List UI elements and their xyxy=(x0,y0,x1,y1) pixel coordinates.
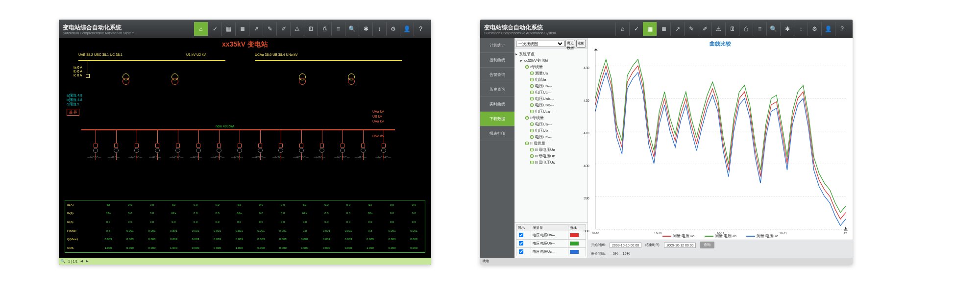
tree-node[interactable]: 电压Uab--- xyxy=(515,96,587,102)
tree-btn-hist[interactable]: 历史数据 xyxy=(565,40,575,48)
tree-node[interactable]: III母电压Ua xyxy=(515,147,587,153)
tree-node[interactable]: ▸系统节点 xyxy=(515,51,587,57)
tree-node[interactable]: 电压Uc--- xyxy=(515,134,587,140)
xfmr-3[interactable] xyxy=(299,74,306,85)
tool-home[interactable]: ⌂ xyxy=(615,22,629,36)
left-statusbar: 🔍 1 | 1/1 ◀ ▶ xyxy=(59,258,431,265)
tool-help[interactable]: ? xyxy=(414,22,427,36)
tree-node[interactable]: ▸xx35kV变电站 xyxy=(515,57,587,64)
station-title: xx35kV 变电站 xyxy=(222,40,268,49)
series-toggle[interactable] xyxy=(519,241,523,245)
step-label: 步长间隔: xyxy=(591,251,606,256)
tool-edit[interactable]: ✐ xyxy=(698,22,711,36)
toolbar: ⌂✓▦≣↗✎✐⚠🗓⎙≡🔍✱↕⚙👤? xyxy=(194,22,427,36)
xfmr-4[interactable] xyxy=(348,74,355,85)
limit-button[interactable]: 越 界 xyxy=(67,109,79,116)
tool-share[interactable]: ↕ xyxy=(794,22,808,36)
sidenav-计算统计[interactable]: 计算统计 xyxy=(480,38,514,53)
tool-search[interactable]: 🔍 xyxy=(345,22,359,36)
series-toggle[interactable] xyxy=(519,249,523,254)
tool-print[interactable]: ⎙ xyxy=(739,22,753,36)
tool-date[interactable]: 🗓 xyxy=(725,22,739,36)
sidenav-下载数据[interactable]: 下载数据 xyxy=(480,112,514,126)
end-value[interactable]: 2009-10-12 00:00 xyxy=(664,243,696,248)
right-statusbar: 就绪 xyxy=(480,258,853,265)
feeder-in-1[interactable] xyxy=(80,61,95,78)
tool-alarm[interactable]: ⚠ xyxy=(711,22,725,36)
tool-soe[interactable]: ≡ xyxy=(331,22,345,36)
tool-user[interactable]: 👤 xyxy=(400,22,414,36)
tree-node[interactable]: I母线量 xyxy=(515,64,587,70)
sidenav-控制曲线[interactable]: 控制曲线 xyxy=(480,53,514,68)
sidenav: 计算统计控制曲线告警查询历史查询实时曲线下载数据报表打印 xyxy=(480,38,514,258)
tool-report[interactable]: ≣ xyxy=(235,22,249,36)
tool-curve[interactable]: ▦ xyxy=(643,22,657,36)
scada-canvas[interactable]: xx35kV 变电站 UAB 38.2 UBC 38.1 UC 38.1 U1 … xyxy=(59,38,431,258)
tool-event[interactable]: ✎ xyxy=(684,22,698,36)
series-name: 电压 电压Uc--- xyxy=(531,248,568,256)
tool-print[interactable]: ⎙ xyxy=(318,22,331,36)
tree-node[interactable]: 电压Ub--- xyxy=(515,127,587,134)
nav-next-icon[interactable]: ▶ xyxy=(86,259,88,263)
tool-set[interactable]: ⚙ xyxy=(808,22,821,36)
tree-select[interactable]: 一次接线图 xyxy=(516,41,564,47)
sidenav-报表打印[interactable]: 报表打印 xyxy=(480,126,514,141)
tree-node[interactable]: 电压Uca--- xyxy=(515,108,587,115)
chart-title: 曲线比较 xyxy=(588,38,853,49)
tree-node[interactable]: 电压Uc--- xyxy=(515,89,587,96)
tree-node[interactable]: 测量Ua xyxy=(515,70,587,76)
xfmr-2[interactable] xyxy=(172,74,178,85)
tool-search[interactable]: 🔍 xyxy=(766,22,780,36)
tree-node[interactable]: 电压Ubc--- xyxy=(515,102,587,108)
tool-user[interactable]: 👤 xyxy=(821,22,835,36)
tree-node[interactable]: 电压Ua--- xyxy=(515,121,587,127)
bus-35kv-I xyxy=(78,60,225,61)
page-indicator: 1 | 1/1 xyxy=(68,260,77,263)
tree-node[interactable]: 电流Ia xyxy=(515,76,587,83)
sidenav-实时曲线[interactable]: 实时曲线 xyxy=(480,97,514,112)
tree-node[interactable]: III母电压Uc xyxy=(515,159,587,166)
tool-event[interactable]: ✎ xyxy=(263,22,276,36)
tool-ack[interactable]: ✓ xyxy=(208,22,221,36)
tool-set[interactable]: ⚙ xyxy=(386,22,400,36)
series-toggle[interactable] xyxy=(519,233,523,237)
tree-btn-real[interactable]: 实时 xyxy=(576,40,586,48)
tool-curve[interactable]: ▦ xyxy=(221,22,235,36)
tree-node[interactable]: II母线量 xyxy=(515,115,587,121)
tool-ack[interactable]: ✓ xyxy=(629,22,643,36)
busA-right: U1 kV U2 kV xyxy=(186,53,206,56)
tool-help[interactable]: ? xyxy=(835,22,849,36)
series-name: 电压 电压Ua--- xyxy=(531,231,568,240)
app-title-r: 变电站综合自动化系统 xyxy=(484,24,556,32)
bus10-label: new 4035kA xyxy=(216,124,235,128)
tree-node[interactable]: III母线量 xyxy=(515,140,587,147)
tool-share[interactable]: ↕ xyxy=(372,22,386,36)
query-button[interactable]: 查询 xyxy=(700,242,714,248)
curve-chart[interactable]: 38039040041042043010-1010-1010-1110-1110… xyxy=(595,49,846,229)
tool-trend[interactable]: ↗ xyxy=(670,22,684,36)
tool-edit[interactable]: ✐ xyxy=(276,22,290,36)
start-value[interactable]: 2009-10-10 00:00 xyxy=(610,243,641,248)
nav-prev-icon[interactable]: ◀ xyxy=(80,259,83,263)
end-label: 结束时间: xyxy=(645,243,660,247)
tool-report[interactable]: ≣ xyxy=(657,22,670,36)
tree-node[interactable]: 电压Ub--- xyxy=(515,83,587,89)
start-label: 开始时间: xyxy=(591,243,606,247)
sidenav-告警查询[interactable]: 告警查询 xyxy=(480,68,514,82)
zoom-icon[interactable]: 🔍 xyxy=(61,259,65,263)
tool-home[interactable]: ⌂ xyxy=(194,22,208,36)
tree-node[interactable]: III母电压Ub xyxy=(515,153,587,159)
tool-sys[interactable]: ✱ xyxy=(780,22,794,36)
tree-list[interactable]: ▸系统节点▸xx35kV变电站I母线量测量Ua电流Ia电压Ub---电压Uc--… xyxy=(514,49,588,222)
tool-soe[interactable]: ≡ xyxy=(753,22,766,36)
legend-item[interactable]: 测量 电压Uc xyxy=(746,233,778,239)
legend-item[interactable]: 测量 电压Ua xyxy=(662,233,694,239)
tool-trend[interactable]: ↗ xyxy=(249,22,263,36)
tool-sys[interactable]: ✱ xyxy=(359,22,372,36)
xfmr-1[interactable] xyxy=(122,74,129,85)
tool-alarm[interactable]: ⚠ xyxy=(290,22,304,36)
sidenav-历史查询[interactable]: 历史查询 xyxy=(480,82,514,97)
tool-date[interactable]: 🗓 xyxy=(304,22,318,36)
series-table: 显示测量量曲线电压 电压Ua---电压 电压Ub---电压 电压Uc--- xyxy=(514,222,588,258)
step-value[interactable]: —5秒— 15秒 xyxy=(610,251,630,256)
